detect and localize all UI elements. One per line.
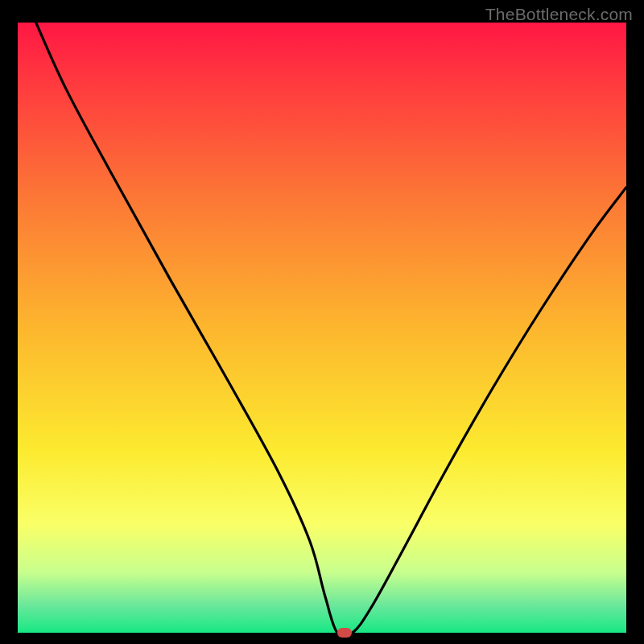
gradient-background <box>18 23 626 633</box>
chart-frame: TheBottleneck.com <box>0 0 644 644</box>
watermark-text: TheBottleneck.com <box>485 5 633 24</box>
bottleneck-marker <box>337 628 352 638</box>
chart-svg <box>18 23 626 633</box>
plot-area <box>18 23 626 633</box>
